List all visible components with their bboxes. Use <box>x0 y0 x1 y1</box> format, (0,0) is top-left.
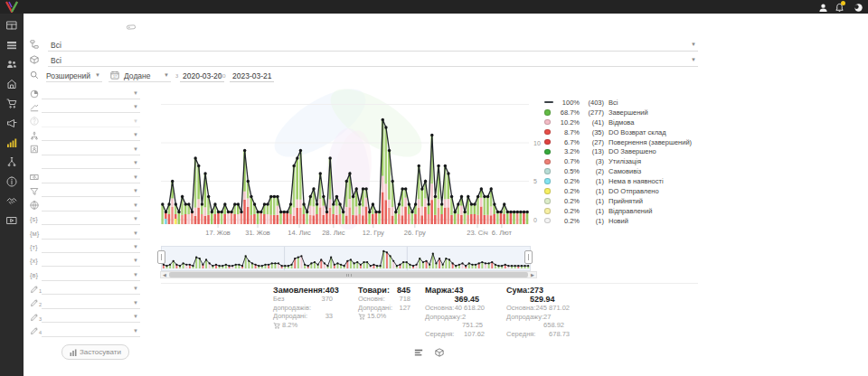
legend-item[interactable]: 0.2%(1)DO Отправлено <box>544 186 703 196</box>
scrollbar-grip <box>346 274 352 277</box>
stats-sub-label: Допродані: <box>273 312 307 321</box>
status-filter-field[interactable] <box>48 41 698 52</box>
legend-item[interactable]: 0.2%(1)Нема в наявності <box>544 176 703 186</box>
chevron-down-icon: ▼ <box>133 160 140 165</box>
filter-select-field[interactable]: ▼ <box>42 172 140 183</box>
chevron-down-icon: ▼ <box>133 314 140 319</box>
legend-item[interactable]: 0.5%(2)Самовивіз <box>544 166 703 176</box>
legend-label: Відправлений <box>604 207 652 215</box>
video-icon[interactable] <box>6 215 17 226</box>
search-icon[interactable] <box>30 70 39 80</box>
marketing-icon[interactable] <box>6 118 17 128</box>
info-icon[interactable] <box>6 176 17 187</box>
horizontal-scrollbar[interactable]: ◀ ▶ <box>160 271 537 278</box>
package-icon[interactable] <box>435 348 444 357</box>
filter-select-field[interactable]: ▼ <box>42 255 140 267</box>
filter-select-field[interactable]: ▼ <box>42 228 140 240</box>
pencil-icon: 4 <box>30 326 42 335</box>
legend-item[interactable]: 0.7%(3)Утилізація <box>544 156 703 166</box>
legend-item[interactable]: 8.7%(35)DO Возврат склад <box>544 127 703 137</box>
filter-row-pie: ▼ <box>30 88 140 99</box>
filter-row-brace: {м}▼ <box>30 228 140 240</box>
legend-percent: 10.2% <box>557 118 580 127</box>
connections-icon[interactable] <box>6 156 17 167</box>
legend-count: (1) <box>580 207 604 215</box>
chevron-down-icon: ▼ <box>133 146 140 152</box>
filter-select-field[interactable]: ▼ <box>42 129 140 141</box>
legend-item[interactable]: 100%(403)Всі <box>544 98 703 108</box>
filter-row-brace: {в}▼ <box>30 269 140 281</box>
svg-text:10: 10 <box>533 140 541 146</box>
filter-select-field[interactable]: ▼ <box>42 116 140 127</box>
chevron-down-icon[interactable]: ▼ <box>691 42 696 47</box>
store-icon[interactable] <box>6 79 17 89</box>
date-to-label: по <box>219 72 226 79</box>
filter-select-field[interactable]: ▼ <box>42 325 140 337</box>
scrollbar-thumb[interactable] <box>169 272 528 277</box>
product-filter-field[interactable] <box>48 56 698 67</box>
scroll-left-icon[interactable]: ◀ <box>161 271 168 278</box>
filter-select-field[interactable]: ▼ <box>42 101 140 113</box>
partners-icon[interactable] <box>6 195 17 206</box>
svg-text:17. Жов: 17. Жов <box>205 229 231 237</box>
user-icon[interactable] <box>818 3 828 13</box>
tag-icon[interactable] <box>127 23 136 32</box>
legend-label: Новий <box>604 217 628 225</box>
legend-percent: 0.2% <box>557 217 580 225</box>
date-to-input[interactable]: 2023-03-21 <box>230 71 274 82</box>
chevron-down-icon[interactable]: ▼ <box>691 57 696 62</box>
stats-label: Товари: <box>358 286 390 295</box>
dashboard-icon[interactable] <box>6 20 17 31</box>
legend-percent: 0.2% <box>557 197 580 205</box>
legend-item[interactable]: 3.2%(13)DO Завершено <box>544 147 703 157</box>
filter-row-funnel: ▼ <box>30 185 140 197</box>
filter-select-field[interactable]: ▼ <box>42 311 140 323</box>
brace-icon: {т} <box>30 243 42 251</box>
legend-percent: 0.2% <box>557 177 580 185</box>
svg-text:0: 0 <box>533 217 537 223</box>
legend-item[interactable]: 0.2%(1)Прийнятий <box>544 196 703 206</box>
filter-select-field[interactable]: ▼ <box>42 88 140 99</box>
legend-percent: 0.5% <box>557 167 580 175</box>
scroll-right-icon[interactable]: ▶ <box>529 271 536 278</box>
legend-percent: 3.2% <box>557 147 580 155</box>
navigator-handle-right[interactable] <box>524 250 533 264</box>
svg-text:6. Лют: 6. Лют <box>492 229 513 237</box>
filter-select-field[interactable]: ▼ <box>42 297 140 309</box>
legend-item[interactable]: 0.2%(1)Відправлений <box>544 206 703 216</box>
filter-select-field[interactable]: ▼ <box>42 213 140 225</box>
legend-item[interactable]: 6.7%(27)Повернення (завершений) <box>544 137 703 147</box>
customers-icon[interactable] <box>6 59 17 70</box>
legend-dot-marker <box>544 188 557 194</box>
stats-sub-label: Основні: <box>358 295 385 304</box>
orders-icon[interactable] <box>6 40 17 51</box>
filter-select-field[interactable]: ▼ <box>42 283 140 295</box>
legend-count: (27) <box>580 138 604 146</box>
legend-percent: 0.7% <box>557 157 580 165</box>
legend-item[interactable]: 68.7%(277)Завершений <box>544 108 703 118</box>
cart-icon[interactable] <box>6 98 17 108</box>
filter-select-field[interactable]: ▼ <box>42 241 140 253</box>
analytics-icon[interactable] <box>6 137 17 148</box>
apply-button[interactable]: Застосувати <box>61 344 129 360</box>
filter-select-field[interactable]: ▼ <box>42 144 140 155</box>
cart-icon <box>358 313 365 320</box>
brace-icon: {м} <box>30 230 42 238</box>
filter-select-field[interactable]: ▼ <box>42 200 140 212</box>
filter-select-field[interactable]: ▼ <box>42 269 140 281</box>
legend-dot-marker <box>544 168 557 174</box>
legend-item[interactable]: 10.2%(41)Відмова <box>544 118 703 127</box>
list-icon[interactable] <box>414 348 423 357</box>
stats-sub-value: 2 751.25 <box>462 313 485 330</box>
svg-text:12. Гру: 12. Гру <box>363 229 384 237</box>
navigator-handle-left[interactable] <box>157 250 165 264</box>
stats-column: Товари:845Основні:718Допродані:12715.0% <box>358 286 410 321</box>
bell-icon[interactable] <box>835 3 844 13</box>
svg-text:28. Лис: 28. Лис <box>322 229 345 237</box>
legend-dot-marker <box>544 198 557 204</box>
filter-select-field[interactable]: ▼ <box>42 157 140 169</box>
legend-item[interactable]: 0.2%(1)Новий <box>544 216 703 226</box>
theme-icon[interactable] <box>854 3 863 13</box>
section-divider <box>161 283 698 284</box>
filter-select-field[interactable]: ▼ <box>42 185 140 197</box>
